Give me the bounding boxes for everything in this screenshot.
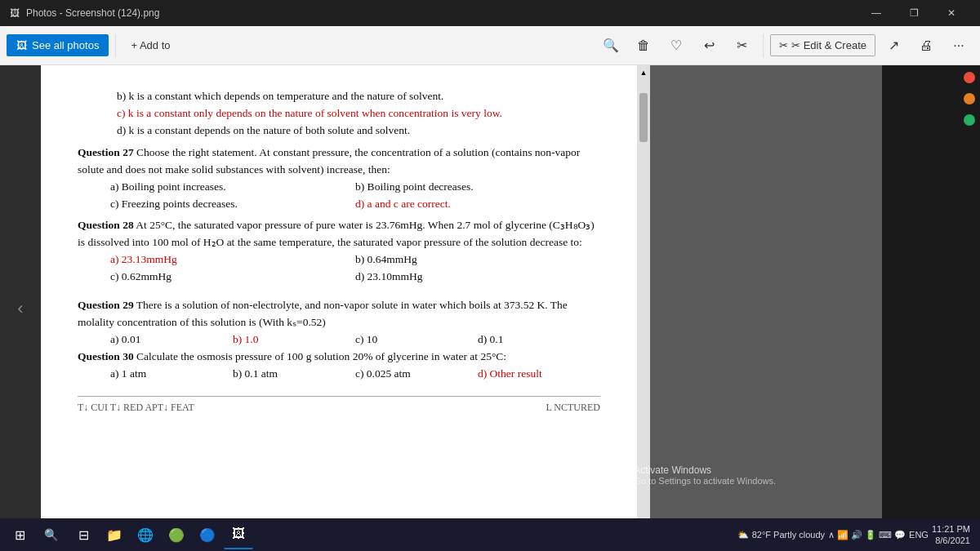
- spacer2: [78, 383, 600, 396]
- search-button[interactable]: 🔍: [596, 31, 626, 60]
- footer-left: T↓ CUI T↓ RED APT↓ FEAT: [78, 400, 194, 415]
- weather-text: 82°F Partly cloudy: [752, 530, 825, 540]
- tray-up-arrow[interactable]: ∧: [828, 530, 835, 540]
- share-button[interactable]: ↗: [879, 31, 908, 60]
- favorite-button[interactable]: ♡: [662, 31, 691, 60]
- close-button[interactable]: ✕: [933, 0, 970, 26]
- photos-icon: 🖼: [16, 39, 27, 51]
- photos-taskbar-icon: 🖼: [232, 527, 245, 541]
- delete-button[interactable]: 🗑: [629, 31, 658, 60]
- tray-battery-icon[interactable]: 🔋: [865, 530, 876, 540]
- line-d: d) k is a constant depends on the nature…: [78, 122, 600, 140]
- dot-orange: [964, 93, 975, 104]
- app1-icon: 🟢: [168, 527, 185, 543]
- taskbar-icon-edge[interactable]: 🌐: [131, 520, 160, 549]
- rotate-button[interactable]: ↩: [694, 31, 724, 60]
- app2-icon: 🔵: [199, 527, 216, 543]
- title-bar: 🖼 Photos - Screenshot (124).png — ❐ ✕: [0, 0, 980, 26]
- toolbar-separator2: [763, 34, 764, 57]
- footer-line: T↓ CUI T↓ RED APT↓ FEAT L NCTURED: [78, 396, 600, 415]
- minimize-button[interactable]: —: [858, 0, 895, 26]
- main-area: ‹ b) k is a constant which depends on te…: [0, 65, 980, 551]
- taskbar-icon-photos[interactable]: 🖼: [224, 520, 253, 549]
- q28-answers2: c) 0.62mmHg d) 23.10mmHg: [78, 269, 600, 286]
- windows-icon: ⊞: [15, 527, 25, 543]
- question-30: Question 30 Calculate the osmosis pressu…: [78, 349, 600, 366]
- taskbar-pinned-icons: ⊟ 📁 🌐 🟢 🔵 🖼: [69, 520, 253, 549]
- q30-answers: a) 1 atm b) 0.1 atm c) 0.025 atm d) Othe…: [78, 366, 600, 383]
- taskbar-icon-app2[interactable]: 🔵: [193, 520, 222, 549]
- crop-button[interactable]: ✂: [727, 31, 756, 60]
- trash-icon: 🗑: [637, 38, 650, 53]
- window-title: Photos - Screenshot (124).png: [26, 7, 159, 19]
- q29-c: c) 10: [355, 331, 478, 349]
- search-icon: 🔍: [603, 38, 619, 53]
- time-display: 11:21 PM: [932, 523, 970, 535]
- language-indicator: ENG: [909, 530, 929, 540]
- toolbar-separator: [115, 34, 116, 57]
- q30-a: a) 1 atm: [110, 366, 233, 383]
- q29-b: b) 1.0: [233, 331, 355, 349]
- tray-notification-icon[interactable]: 💬: [894, 530, 906, 540]
- system-tray-icons: ∧ 📶 🔊 🔋 ⌨ 💬: [828, 530, 906, 540]
- rotate-icon: ↩: [704, 38, 715, 53]
- weather-icon: ⛅: [737, 530, 749, 540]
- share-icon: ↗: [889, 38, 899, 53]
- dot-red: [964, 72, 975, 83]
- taskbar-search[interactable]: 🔍: [36, 520, 65, 549]
- maximize-button[interactable]: ❐: [895, 0, 933, 26]
- date-display: 8/6/2021: [932, 535, 970, 546]
- start-button[interactable]: ⊞: [3, 518, 36, 551]
- q27-answers2: c) Freezing points decreases. d) a and c…: [78, 196, 600, 213]
- taskbar: ⊞ 🔍 ⊟ 📁 🌐 🟢 🔵 🖼 ⛅ 82°F Partly cloudy ∧ 📶…: [0, 518, 980, 551]
- document-scrollbar[interactable]: ▲ ▼: [637, 65, 650, 551]
- question-28: Question 28 At 25°C, the saturated vapor…: [78, 217, 600, 251]
- taskbar-icon-files[interactable]: 📁: [100, 520, 129, 549]
- print-button[interactable]: 🖨: [911, 31, 941, 60]
- edit-icon: ✂: [779, 39, 788, 51]
- heart-icon: ♡: [670, 38, 682, 53]
- q27-b: b) Boiling point decreases.: [355, 179, 600, 196]
- more-icon: ···: [953, 38, 964, 53]
- toolbar: 🖼 See all photos + Add to 🔍 🗑 ♡ ↩ ✂ ✂ ✂ …: [0, 26, 980, 65]
- add-to-button[interactable]: + Add to: [122, 34, 178, 56]
- q27-c: c) Freezing points decreases.: [110, 196, 355, 213]
- footer-right: L NCTURED: [546, 400, 600, 415]
- q27-a: a) Boiling point increases.: [110, 179, 355, 196]
- taskbar-icon-taskview[interactable]: ⊟: [69, 520, 98, 549]
- more-button[interactable]: ···: [944, 31, 973, 60]
- tray-volume-icon[interactable]: 🔊: [851, 530, 862, 540]
- taskbar-icon-app1[interactable]: 🟢: [162, 520, 191, 549]
- right-panel: [882, 65, 980, 551]
- q28-a: a) 23.13mmHg: [110, 251, 355, 269]
- edit-create-button[interactable]: ✂ ✂ Edit & Create: [770, 34, 875, 56]
- tray-extra-icon[interactable]: ⌨: [879, 530, 892, 540]
- title-bar-icon: 🖼: [10, 7, 20, 19]
- q29-a: a) 0.01: [110, 331, 233, 349]
- scrollbar-thumb[interactable]: [639, 93, 648, 142]
- weather-widget[interactable]: ⛅ 82°F Partly cloudy: [737, 530, 825, 540]
- taskview-icon: ⊟: [78, 527, 89, 543]
- q29-d: d) 0.1: [478, 331, 600, 349]
- files-icon: 📁: [106, 527, 122, 543]
- q28-answers1: a) 23.13mmHg b) 0.64mmHg: [78, 251, 600, 269]
- tray-network-icon[interactable]: 📶: [837, 530, 849, 540]
- edge-icon: 🌐: [137, 527, 154, 543]
- taskbar-search-icon: 🔍: [44, 528, 58, 541]
- document-viewer: b) k is a constant which depends on temp…: [41, 65, 882, 551]
- line-c: c) k is a constant only depends on the n…: [78, 105, 600, 122]
- q28-c: c) 0.62mmHg: [110, 269, 355, 286]
- crop-icon: ✂: [737, 38, 747, 53]
- q29-answers: a) 0.01 b) 1.0 c) 10 d) 0.1: [78, 331, 600, 349]
- nav-left-button[interactable]: ‹: [0, 65, 41, 551]
- see-all-button[interactable]: 🖼 See all photos: [7, 34, 109, 56]
- q30-d: d) Other result: [478, 366, 600, 383]
- dot-green: [964, 114, 975, 126]
- clock[interactable]: 11:21 PM 8/6/2021: [932, 523, 970, 547]
- document-page: b) k is a constant which depends on temp…: [41, 65, 637, 551]
- chevron-left-icon: ‹: [17, 298, 23, 319]
- question-29: Question 29 There is a solution of non-e…: [78, 297, 600, 331]
- q28-b: b) 0.64mmHg: [355, 251, 600, 269]
- q27-d: d) a and c are correct.: [355, 196, 600, 213]
- q27-answers: a) Boiling point increases. b) Boiling p…: [78, 179, 600, 196]
